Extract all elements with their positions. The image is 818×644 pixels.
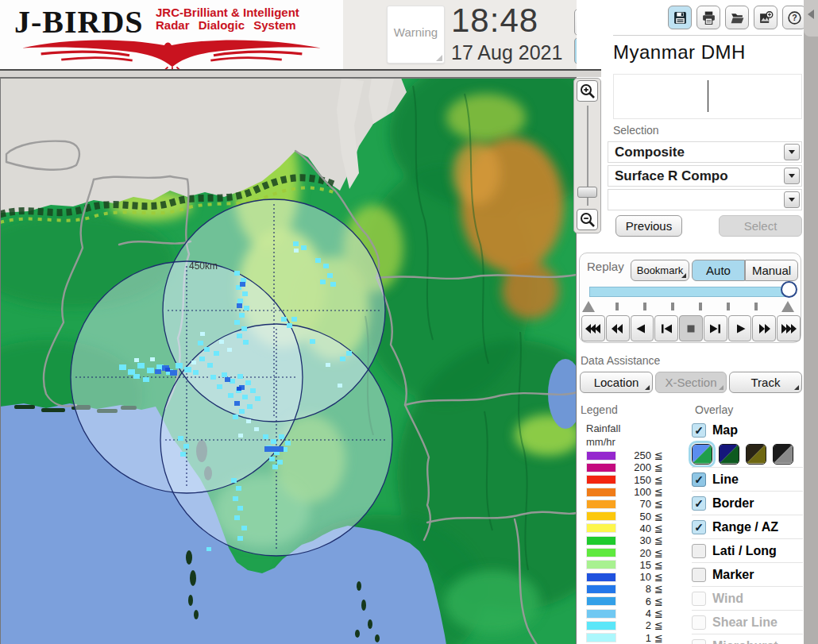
overlay-item-line[interactable]: ✓ Line [692,467,803,491]
chevron-down-icon [789,150,795,154]
range-start-marker[interactable] [582,301,595,312]
resize-grip-icon[interactable] [436,55,442,61]
legend-row: 250≦ [586,449,689,461]
stop-button[interactable] [679,315,703,341]
clock: 18:48 17 Aug 2021 [451,2,578,64]
checkbox-disabled-icon [692,592,706,606]
step-forward-button[interactable] [704,315,727,341]
panel-separator [613,35,802,36]
dropdown-arrow-button[interactable] [784,144,800,160]
legend-row: 100≦ [586,486,689,498]
replay-label: Replay [587,260,624,273]
play-button[interactable] [728,315,752,341]
range-end-marker[interactable] [781,301,794,312]
step-backward-button[interactable] [654,315,678,341]
forward-button[interactable] [752,315,776,341]
fast-forward-button[interactable] [777,315,801,341]
dropdown-extra[interactable] [608,189,802,210]
fast-backward-button[interactable] [581,315,605,341]
slider-tick [699,303,702,310]
xsection-button[interactable]: X-Section [655,372,727,393]
checkbox-unchecked-icon[interactable] [692,568,706,582]
range-ring-label: 450km [189,260,218,272]
checkbox-unchecked-icon[interactable] [692,544,706,558]
overlay-item-border[interactable]: ✓ Border [692,491,803,515]
map-style-swatch-3[interactable] [746,444,766,465]
radar-map[interactable]: 450km [0,77,577,644]
dropdown-product[interactable]: Surface R Compo [608,165,802,187]
corner-fold-icon [794,385,799,390]
map-style-swatch-4[interactable] [773,444,793,465]
app-window: J-BIRDS JRC-Brilliant & Intelligent Rada… [0,0,818,644]
warning-panel[interactable]: Warning [387,6,445,64]
add-image-button[interactable] [754,6,777,29]
panel-collapse-tab[interactable] [804,0,818,37]
legend-row: 40≦ [586,523,689,534]
chevron-down-icon [789,174,795,178]
message-textbox[interactable] [613,74,802,119]
legend-color-chip [586,523,616,533]
checkbox-checked-icon[interactable]: ✓ [692,423,706,438]
dropdown-arrow-button[interactable] [784,191,800,208]
slider-tick [615,303,619,310]
previous-button[interactable]: Previous [615,215,682,237]
legend-unit-line2: mm/hr [586,436,615,448]
location-button[interactable]: Location [580,372,653,393]
checkbox-disabled-icon [692,615,706,630]
reverse-play-button[interactable] [631,315,654,341]
legend-row: 15≦ [586,559,689,571]
transport-controls [581,315,801,341]
dropdown-arrow-button[interactable] [784,168,800,184]
legend-row: 150≦ [586,474,689,486]
map-style-swatches [692,441,803,467]
open-folder-button[interactable] [725,6,749,29]
panel-collapse-strip[interactable] [804,0,818,644]
help-button[interactable]: ? [782,6,806,29]
legend-color-chip [586,596,616,606]
legend-color-chip [586,584,616,594]
data-assistance-label: Data Assistance [581,354,660,367]
print-icon [701,10,716,25]
overlay-item-range-az[interactable]: ✓ Range / AZ [692,515,803,538]
checkbox-checked-icon[interactable]: ✓ [692,496,706,511]
zoom-slider-handle[interactable] [577,187,597,198]
slider-tick [643,303,646,310]
overlay-item-map[interactable]: ✓ Map [692,419,803,441]
replay-slider-track[interactable] [589,287,789,297]
auto-button[interactable]: Auto [692,260,745,281]
magnifier-minus-icon [579,211,596,229]
logo-title: J-BIRDS [14,3,144,40]
reverse-play-icon [632,322,651,335]
replay-slider-handle[interactable] [781,281,797,298]
backward-button[interactable] [606,315,630,341]
overlay-item-lati-long[interactable]: Lati / Long [692,538,803,562]
corner-fold-icon [681,273,686,278]
open-folder-icon [730,10,745,25]
legend-color-chip [586,511,616,521]
save-button[interactable] [668,6,692,29]
overlay-item-shear-line: Shear Line [692,610,803,634]
legend-row: 4≦ [586,607,689,619]
dropdown-composite[interactable]: Composite [608,141,802,163]
slider-tick [727,303,730,310]
checkbox-checked-icon[interactable]: ✓ [692,520,706,534]
overlay-item-marker[interactable]: Marker [692,562,803,586]
logo-tagline: JRC-Brilliant & Intelligent Radar Dialog… [156,6,299,32]
save-icon [673,10,688,25]
select-button[interactable]: Select [719,215,802,237]
manual-button[interactable]: Manual [745,260,798,281]
bookmark-button[interactable]: Bookmark [631,260,689,281]
svg-text:?: ? [792,13,797,22]
legend-color-chip [586,621,616,631]
track-button[interactable]: Track [729,372,802,393]
zoom-out-button[interactable] [577,209,598,230]
legend-row: 200≦ [586,461,689,473]
print-button[interactable] [696,6,720,29]
zoom-in-button[interactable] [577,80,598,102]
checkbox-checked-icon[interactable]: ✓ [692,472,706,487]
map-style-swatch-2[interactable] [719,444,739,465]
map-style-swatch-1[interactable] [692,444,712,465]
legend-row: 8≦ [586,583,689,595]
backward-icon [608,322,627,335]
radar-map-canvas: 450km [0,78,577,644]
